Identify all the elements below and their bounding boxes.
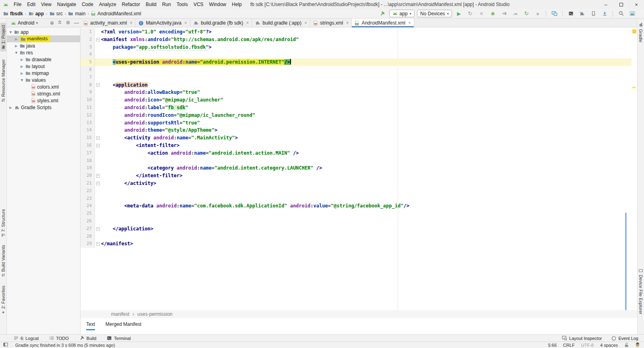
editor-tab-activity-main-xml[interactable]: </>activity_main.xml× — [80, 19, 136, 27]
tree-item-colors-xml[interactable]: </>colors.xml — [7, 83, 80, 90]
chevron-right-icon[interactable]: ▶ — [20, 71, 24, 75]
close-tab-icon[interactable]: × — [130, 20, 132, 26]
code-line-3[interactable]: 3 package="app.softsolstudio.fbsdk"> — [80, 44, 637, 51]
maximize-button[interactable] — [613, 0, 629, 9]
stripe-button-build-variants[interactable]: Build Variants — [1, 245, 6, 277]
code-line-17[interactable]: 17 <action android:name="android.intent.… — [80, 149, 637, 157]
toolwindow-button-todo[interactable]: TODO — [49, 336, 69, 341]
stripe-button-gradle[interactable]: Gradle — [638, 23, 644, 42]
chevron-right-icon[interactable]: ▶ — [14, 44, 19, 48]
breadcrumb-androidmanifest-xml[interactable]: MFAndroidManifest.xml — [91, 11, 141, 17]
settings-gear-icon[interactable] — [66, 20, 70, 26]
search-icon[interactable] — [617, 10, 625, 18]
menu-run[interactable]: Run — [159, 2, 174, 7]
tree-item-res[interactable]: ▼res — [7, 49, 80, 56]
chevron-down-icon[interactable]: ▼ — [8, 30, 13, 34]
hide-panel-icon[interactable]: — — [74, 20, 79, 26]
sdk-manager-icon[interactable] — [600, 10, 609, 18]
run-configuration-select[interactable]: app ▾ — [389, 10, 415, 17]
code-line-19[interactable]: 19 <category android:name="android.inten… — [80, 164, 637, 172]
code-line-25[interactable]: 25 — [80, 210, 637, 218]
error-stripe-mark[interactable] — [632, 29, 636, 33]
tree-item-gradle-scripts[interactable]: ▶Gradle Scripts — [7, 104, 80, 111]
fold-marker-icon[interactable]: − — [95, 81, 101, 89]
stop-icon[interactable]: ■ — [533, 10, 542, 18]
menu-refactor[interactable]: Refactor — [119, 2, 143, 7]
fold-marker-icon[interactable]: ⌐ — [95, 225, 101, 233]
sync-gradle-icon[interactable] — [578, 10, 586, 18]
code-line-11[interactable]: 11 android:label="fb sdk" — [80, 104, 637, 112]
chevron-down-icon[interactable]: ▼ — [14, 51, 19, 55]
chevron-right-icon[interactable]: ▶ — [14, 37, 19, 41]
xml-breadcrumb-uses-permission[interactable]: uses-permission — [137, 311, 172, 317]
toolwindow-button-terminal[interactable]: Terminal — [107, 336, 131, 341]
chevron-right-icon[interactable]: ▶ — [20, 58, 24, 62]
menu-code[interactable]: Code — [79, 2, 96, 7]
menu-window[interactable]: Window — [206, 2, 229, 7]
code-line-22[interactable]: 22 — [80, 187, 637, 195]
breadcrumb-fbsdk[interactable]: fbsdk — [3, 11, 23, 17]
hammer-icon[interactable] — [378, 10, 387, 18]
tree-item-styles-xml[interactable]: </>styles.xml — [7, 97, 80, 104]
code-line-14[interactable]: 14 android:theme="@style/AppTheme"> — [80, 126, 637, 134]
code-line-6[interactable]: 6 — [80, 66, 637, 74]
menu-edit[interactable]: Edit — [24, 2, 38, 7]
breadcrumb-src[interactable]: src — [50, 11, 63, 17]
avd-manager-icon[interactable] — [589, 10, 598, 18]
toolwindow-toggle-icon[interactable] — [3, 342, 8, 348]
close-tab-icon[interactable]: × — [184, 20, 187, 26]
tree-item-layout[interactable]: ▶layout — [7, 63, 80, 70]
fold-marker-icon[interactable]: ⌐ — [95, 240, 101, 248]
menu-build[interactable]: Build — [143, 2, 159, 7]
code-line-29[interactable]: 29⌐</manifest> — [80, 240, 637, 248]
breadcrumb-main[interactable]: main — [68, 11, 85, 17]
status-line-separator[interactable]: CRLF — [563, 343, 575, 348]
code-line-21[interactable]: 21⌐ </activity> — [80, 180, 637, 187]
menu-file[interactable]: File — [11, 2, 24, 7]
toolwindow-button-event-log[interactable]: Event Log — [611, 336, 638, 341]
tree-item-app[interactable]: ▼app — [7, 29, 80, 35]
code-line-18[interactable]: 18 — [80, 157, 637, 165]
editor-tab-androidmanifest-xml[interactable]: MFAndroidManifest.xml× — [352, 19, 414, 27]
menu-tools[interactable]: Tools — [174, 2, 191, 7]
fold-marker-icon[interactable]: − — [95, 134, 101, 142]
close-tab-icon[interactable]: × — [304, 20, 307, 26]
device-preview-icon[interactable] — [628, 10, 637, 18]
toolwindow-button-6-logcat[interactable]: 6: Logcat — [14, 336, 39, 341]
rerun-icon[interactable]: ↻ — [466, 10, 475, 18]
code-line-10[interactable]: 10 android:icon="@mipmap/ic_launcher" — [80, 96, 637, 104]
xml-breadcrumb-manifest[interactable]: manifest — [111, 311, 129, 317]
code-area[interactable]: 1<?xml version="1.0" encoding="utf-8"?>2… — [80, 27, 637, 310]
chevron-right-icon[interactable]: ▶ — [20, 64, 24, 68]
close-button[interactable]: × — [629, 0, 644, 9]
code-line-5[interactable]: 5 <uses-permission android:name="android… — [80, 58, 637, 66]
chevron-down-icon[interactable]: ▾ — [36, 21, 38, 25]
code-line-20[interactable]: 20⌐ </intent-filter> — [80, 172, 637, 180]
code-line-26[interactable]: 26 — [80, 218, 637, 225]
highlighting-level-icon[interactable] — [635, 342, 640, 348]
apply-changes-icon[interactable]: ↻ — [522, 10, 531, 18]
code-line-7[interactable]: 7 — [80, 74, 637, 81]
tree-item-drawable[interactable]: ▶drawable — [7, 56, 80, 63]
tree-item-mipmap[interactable]: ▶mipmap — [7, 70, 80, 77]
editor-tab-strings-xml[interactable]: </>strings.xml× — [310, 19, 352, 27]
code-line-15[interactable]: 15− <activity android:name=".MainActivit… — [80, 134, 637, 142]
lock-open-icon[interactable] — [624, 342, 629, 348]
fold-marker-icon[interactable]: − — [95, 36, 101, 44]
toolwindow-button-layout-inspector[interactable]: Layout Inspector — [562, 336, 602, 341]
locate-file-icon[interactable]: ⊕ — [50, 20, 54, 26]
menu-help[interactable]: Help — [229, 2, 245, 7]
attach-debugger-icon[interactable] — [500, 10, 508, 18]
close-tab-icon[interactable]: × — [408, 20, 411, 26]
device-manager-icon[interactable] — [550, 10, 559, 18]
editor-tab-build-gradle-fb-sdk[interactable]: build.gradle (fb sdk)× — [190, 19, 252, 27]
code-line-24[interactable]: 24 <meta-data android:name="com.facebook… — [80, 202, 637, 210]
code-line-1[interactable]: 1<?xml version="1.0" encoding="utf-8"?> — [80, 28, 637, 36]
status-file-encoding[interactable]: UTF-8 — [581, 343, 594, 348]
menu-vcs[interactable]: VCS — [191, 2, 206, 7]
stripe-button-7-structure[interactable]: 7: Structure — [1, 209, 6, 237]
code-line-2[interactable]: 2−<manifest xmlns:android="http://schema… — [80, 36, 637, 44]
fold-marker-icon[interactable]: ⌐ — [95, 180, 101, 187]
target-device-select[interactable]: No Devices ▾ — [417, 10, 452, 17]
stripe-button-2-favorites[interactable]: ★2: Favorites — [1, 286, 6, 314]
